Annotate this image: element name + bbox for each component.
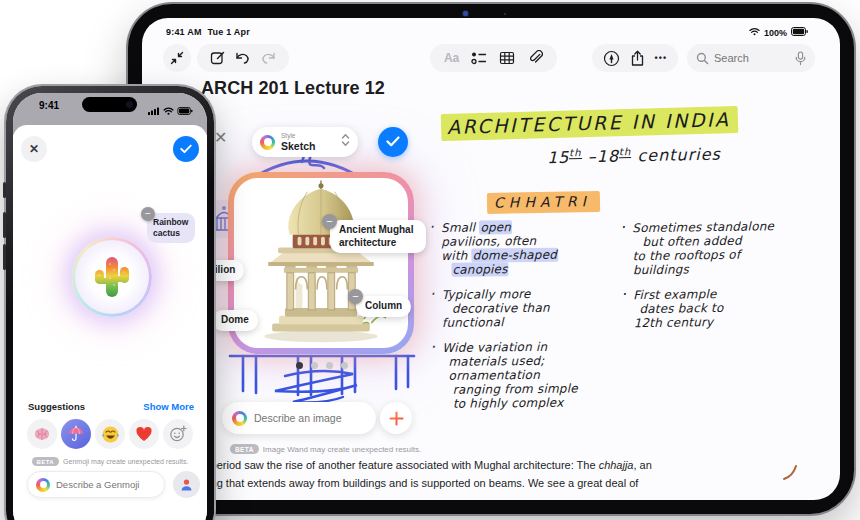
beta-disclaimer: BETA Genmoji may create unexpected resul… [13,457,207,466]
page-dot[interactable] [341,362,348,369]
dynamic-island [82,97,137,112]
style-selector[interactable]: Style Sketch [252,127,358,157]
new-emoji-icon[interactable] [163,419,193,449]
page-dot[interactable] [326,362,333,369]
genmoji-result-label[interactable]: Rainbow cactus [147,213,195,243]
wifi-icon [163,101,174,119]
accept-button[interactable] [173,136,199,162]
describe-genmoji-input[interactable] [56,479,156,490]
more-button[interactable]: ••• [655,53,667,63]
style-swatch-icon [260,135,275,150]
brain-emoji[interactable] [27,419,57,449]
front-camera [463,11,468,16]
handwritten-section-heading: CHHATRI [487,193,600,211]
style-value: Sketch [281,141,335,152]
mic-icon[interactable] [795,51,806,66]
wifi-icon [749,27,760,38]
share-button[interactable] [630,50,645,67]
notes-column-left: Small open pavilions, often with dome-sh… [429,219,626,422]
paperclip-button[interactable] [527,50,543,66]
redo-button[interactable] [260,51,276,65]
handwritten-dates: 15th –18th centuries [547,144,721,167]
search-input[interactable] [714,52,790,64]
minus-icon[interactable]: − [322,214,337,229]
search-icon [696,52,709,65]
ipad-screen: 9:41 AMTue 1 Apr 100% Aa [142,18,840,500]
checkmark-icon [386,133,400,151]
beta-text: Genmoji may create unexpected results. [63,458,188,465]
battery-icon [791,27,808,38]
chevron-up-down-icon [341,133,350,151]
markup-button[interactable] [603,50,620,67]
text-format-button[interactable]: Aa [444,51,459,65]
pavilion-image [234,180,408,348]
close-button[interactable]: ✕ [21,136,47,162]
checklist-button[interactable] [471,51,487,65]
iphone-screen: 9:41 ✕ − Rainbow cactus [13,93,207,520]
beta-badge: BETA [32,457,60,466]
callout-column[interactable]: Column [356,296,411,317]
ipad-device: 9:41 AMTue 1 Apr 100% Aa [128,4,854,514]
generated-image[interactable] [234,178,408,348]
describe-image-input[interactable] [254,412,389,424]
page-indicator[interactable] [296,362,348,369]
status-date: Tue 1 Apr [208,27,250,37]
suggestions-title: Suggestions [28,401,85,412]
table-button[interactable] [499,51,515,65]
handwritten-headline: ARCHITECTURE IN INDIA [441,108,739,138]
umbrella-genmoji[interactable] [61,419,91,449]
apple-intelligence-icon [232,411,247,426]
toolbar-edit-group [197,44,289,72]
compose-button[interactable] [210,50,226,66]
status-time: 9:41 AM [166,27,202,37]
volume-down-button [3,244,6,270]
bullet-item: Wide variation in materials used; orname… [430,339,626,411]
person-button[interactable] [173,471,200,498]
laughing-emoji[interactable] [95,419,125,449]
search-field[interactable] [687,44,815,72]
battery-icon [177,101,193,119]
checkmark-icon [180,140,192,158]
minus-icon[interactable]: − [141,207,155,221]
image-wand-input[interactable] [222,402,376,434]
genmoji-glow-orb [72,237,152,317]
page-dot[interactable] [311,362,318,369]
show-more-link[interactable]: Show More [143,401,194,412]
volume-up-button [3,212,6,238]
toolbar-share-group: ••• [592,44,678,72]
status-time: 9:41 [39,100,59,111]
genmoji-input[interactable] [27,471,165,498]
note-paragraph: s period saw the rise of another feature… [202,456,652,492]
notes-column-right: Sometimes standalone but often added to … [620,219,817,342]
collapse-icon [170,51,184,65]
battery-percent: 100% [764,28,787,38]
add-image-button[interactable] [380,402,412,434]
bullet-item: Typically more decorative than functiona… [430,286,625,330]
style-label: Style [281,133,335,140]
undo-button[interactable] [235,51,251,65]
marketing-canvas: 9:41 AMTue 1 Apr 100% Aa [0,0,860,520]
corner-stroke [780,462,800,482]
iphone-status-icons [148,101,193,119]
bullet-item: Small open pavilions, often with dome-sh… [429,219,625,277]
heart-emoji[interactable] [129,419,159,449]
callout-dome[interactable]: Dome [212,310,258,331]
genmoji-sheet: ✕ − Rainbow cactus [13,125,207,520]
callout-ancient-mughal[interactable]: Ancient Mughal architecture [330,220,426,253]
note-title: ARCH 201 Lecture 12 [201,78,385,99]
close-icon[interactable]: ✕ [214,128,227,147]
signal-icon [148,101,160,119]
toolbar-format-group: Aa [430,44,557,72]
action-button [3,182,6,198]
apple-intelligence-icon [36,478,50,492]
collapse-button[interactable] [163,44,191,72]
sensor-dot [504,13,506,15]
beta-text: Image Wand may create unexpected results… [263,445,421,454]
page-dot[interactable] [296,362,303,369]
rainbow-cactus-genmoji [92,254,132,300]
minus-icon[interactable]: − [348,289,363,304]
accept-button[interactable] [378,127,408,157]
beta-badge: BETA [230,444,259,454]
plus-icon [389,411,404,426]
suggestions-row [27,419,193,449]
